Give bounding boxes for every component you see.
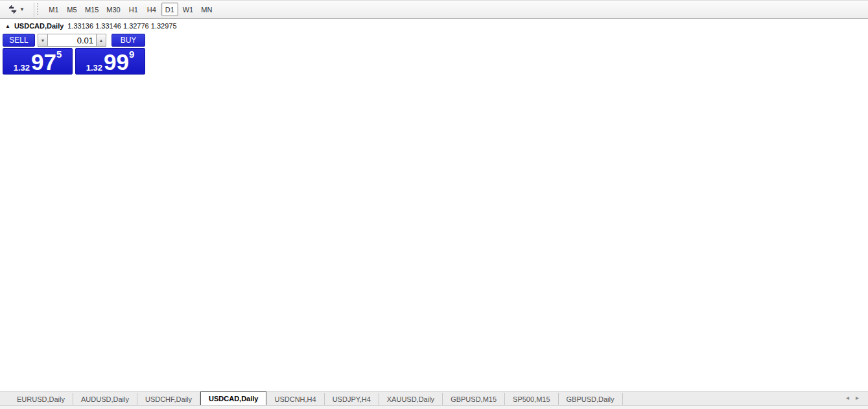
tab-scroll-right-icon[interactable]: ▸ — [856, 395, 859, 401]
tab-scroll-arrows: ◂ ▸ — [846, 395, 859, 401]
toolbar-separator — [34, 3, 34, 17]
sell-price-sup: 5 — [56, 49, 62, 59]
chart-window: ▲ USDCAD,Daily 1.33136 1.33146 1.32776 1… — [0, 19, 868, 409]
chart-tabs: EURUSD,DailyAUDUSD,DailyUSDCHF,DailyUSDC… — [0, 391, 623, 405]
one-click-trading-widget: SELL ▼ 0.01 ▲ BUY 1.32 97 5 1.32 99 9 — [3, 34, 147, 75]
chart-tab-gbpusd-daily[interactable]: GBPUSD,Daily — [559, 393, 623, 405]
swap-arrows-toolbar-button[interactable]: ▼ — [4, 2, 29, 17]
volume-stepper: ▼ 0.01 ▲ — [38, 34, 106, 47]
chart-tab-audusd-daily[interactable]: AUDUSD,Daily — [73, 393, 137, 405]
symbol-ohlc-header: ▲ USDCAD,Daily 1.33136 1.33146 1.32776 1… — [5, 22, 177, 30]
sell-price-prefix: 1.32 — [14, 64, 30, 72]
sell-button[interactable]: SELL — [3, 34, 35, 47]
buy-price-panel[interactable]: 1.32 99 9 — [75, 48, 145, 75]
buy-price-big: 99 — [104, 53, 129, 72]
chart-tab-usdcnh-h4[interactable]: USDCNH,H4 — [266, 393, 324, 405]
buy-price-prefix: 1.32 — [86, 64, 102, 72]
buy-price-sup: 9 — [129, 49, 134, 59]
timeframe-button-h1[interactable]: H1 — [125, 3, 142, 16]
timeframe-buttons: M1M5M15M30H1H4D1W1MN — [45, 3, 216, 16]
timeframe-button-mn[interactable]: MN — [198, 3, 215, 16]
buy-button[interactable]: BUY — [111, 34, 145, 47]
chart-tab-usdchf-daily[interactable]: USDCHF,Daily — [137, 393, 200, 405]
sell-price-big: 97 — [31, 53, 56, 72]
volume-increase-button[interactable]: ▲ — [96, 34, 106, 47]
toolbar-grip[interactable] — [36, 3, 40, 16]
volume-field[interactable]: 0.01 — [48, 34, 96, 47]
chart-canvas[interactable] — [0, 19, 868, 409]
chart-tab-usdjpy-h4[interactable]: USDJPY,H4 — [325, 393, 379, 405]
swap-arrows-icon — [8, 5, 18, 14]
timeframe-button-m5[interactable]: M5 — [64, 3, 80, 16]
ohlc-values: 1.33136 1.33146 1.32776 1.32975 — [67, 22, 176, 30]
timeframe-button-d1[interactable]: D1 — [161, 3, 178, 16]
timeframe-button-m1[interactable]: M1 — [45, 3, 62, 16]
chart-tab-sp500-m15[interactable]: SP500,M15 — [505, 393, 558, 405]
chart-tab-eurusd-daily[interactable]: EURUSD,Daily — [9, 393, 73, 405]
collapse-panel-icon[interactable]: ▲ — [5, 23, 10, 29]
timeframe-toolbar: ▼ M1M5M15M30H1H4D1W1MN — [0, 0, 868, 19]
sell-price-panel[interactable]: 1.32 97 5 — [3, 48, 73, 75]
volume-decrease-button[interactable]: ▼ — [38, 34, 48, 47]
status-strip — [0, 405, 868, 409]
chart-tab-xauusd-daily[interactable]: XAUUSD,Daily — [379, 393, 443, 405]
chart-tab-usdcad-daily[interactable]: USDCAD,Daily — [200, 391, 266, 405]
tab-scroll-left-icon[interactable]: ◂ — [846, 395, 849, 401]
chart-tab-gbpusd-m15[interactable]: GBPUSD,M15 — [443, 393, 505, 405]
timeframe-button-h4[interactable]: H4 — [143, 3, 160, 16]
terminal-window: ▼ M1M5M15M30H1H4D1W1MN ▲ USDCAD,Daily 1.… — [0, 0, 868, 409]
chart-tab-bar: EURUSD,DailyAUDUSD,DailyUSDCHF,DailyUSDC… — [0, 391, 868, 405]
timeframe-button-m15[interactable]: M15 — [82, 3, 102, 16]
timeframe-button-m30[interactable]: M30 — [103, 3, 123, 16]
symbol-label: USDCAD,Daily — [14, 22, 64, 30]
chevron-down-icon: ▼ — [19, 7, 25, 12]
timeframe-button-w1[interactable]: W1 — [180, 3, 197, 16]
